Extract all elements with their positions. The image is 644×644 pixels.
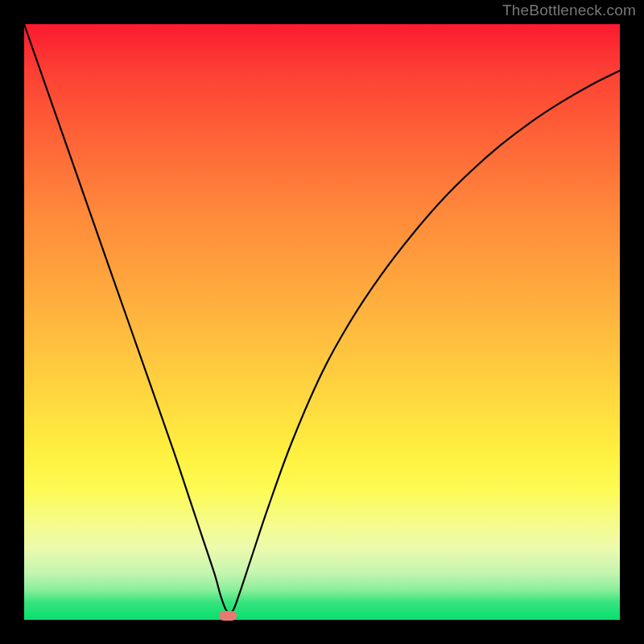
optimum-marker xyxy=(219,611,237,621)
bottleneck-curve xyxy=(24,24,620,620)
plot-area xyxy=(24,24,620,620)
chart-frame: TheBottleneck.com xyxy=(0,0,644,644)
watermark-text: TheBottleneck.com xyxy=(502,2,636,19)
